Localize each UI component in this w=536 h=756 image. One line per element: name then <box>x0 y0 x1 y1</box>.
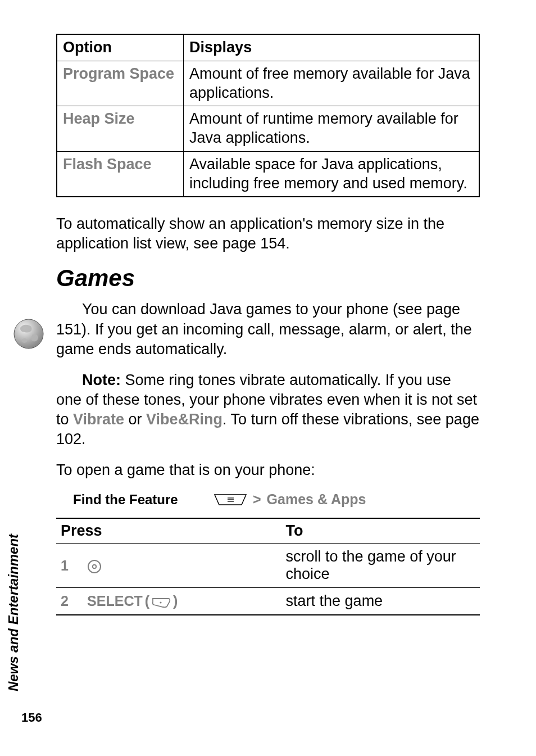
games-intro-text: You can download Java games to your phon… <box>56 301 472 357</box>
svg-point-3 <box>88 560 101 573</box>
feature-path-text: Games & Apps <box>267 491 366 508</box>
find-the-feature-row: Find the Feature > Games & Apps <box>56 491 480 508</box>
select-label: SELECT <box>87 593 143 609</box>
page-number: 156 <box>21 710 42 725</box>
svg-point-5 <box>160 601 161 603</box>
press-action-description: start the game <box>281 588 480 615</box>
option-description: Available space for Java applications, i… <box>184 151 479 197</box>
table-row: Flash Space Available space for Java app… <box>57 151 479 197</box>
svg-point-4 <box>93 564 96 568</box>
note-prefix: Note: <box>82 372 125 388</box>
option-description: Amount of free memory available for Java… <box>184 61 479 106</box>
press-table-header-to: To <box>281 518 480 544</box>
open-game-intro: To open a game that is on your phone: <box>56 460 480 480</box>
press-table-header-press: Press <box>56 518 281 544</box>
options-table-header-option: Option <box>57 34 184 61</box>
option-label: Flash Space <box>57 151 184 197</box>
press-action-description: scroll to the game of your choice <box>281 544 480 588</box>
svg-point-6 <box>14 319 43 348</box>
option-label: Program Space <box>57 61 184 106</box>
section-title-games: Games <box>56 265 480 292</box>
press-table: Press To 1 scroll to t <box>56 518 480 615</box>
note-or: or <box>124 411 146 428</box>
memory-note-paragraph: To automatically show an application's m… <box>56 214 480 253</box>
find-the-feature-label: Find the Feature <box>56 492 214 508</box>
option-description: Amount of runtime memory available for J… <box>184 106 479 152</box>
softkey-icon <box>152 593 171 609</box>
globe-icon <box>12 318 45 350</box>
vibrate-label: Vibrate <box>73 411 124 428</box>
step-number: 1 <box>61 558 69 573</box>
sidebar-section-label: News and Entertainment <box>6 534 21 691</box>
options-table-header-displays: Displays <box>184 34 479 61</box>
vibe-ring-label: Vibe&Ring <box>146 411 222 428</box>
table-row: Heap Size Amount of runtime memory avail… <box>57 106 479 152</box>
step-number: 2 <box>61 593 69 609</box>
table-row: 1 scroll to the game of your choice <box>56 544 480 588</box>
nav-key-icon <box>87 557 102 574</box>
feature-path-arrow: > <box>253 491 261 508</box>
table-row: Program Space Amount of free memory avai… <box>57 61 479 106</box>
games-note-paragraph: Note: Some ring tones vibrate automatica… <box>56 370 480 449</box>
options-table: Option Displays Program Space Amount of … <box>56 34 480 197</box>
feature-path: > Games & Apps <box>214 491 366 508</box>
option-label: Heap Size <box>57 106 184 152</box>
menu-key-icon <box>214 494 247 506</box>
table-row: 2 SELECT ( ) start the gam <box>56 588 480 615</box>
games-intro-paragraph: You can download Java games to your phon… <box>56 300 480 359</box>
